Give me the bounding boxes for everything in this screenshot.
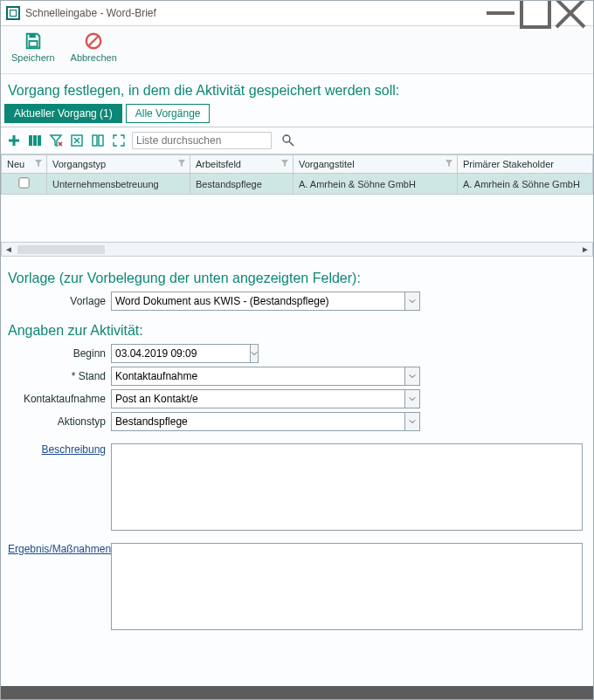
vorlage-label: Vorlage xyxy=(8,295,111,307)
filter-icon[interactable] xyxy=(177,159,186,168)
filter-icon[interactable] xyxy=(280,159,289,168)
expand-button[interactable] xyxy=(111,133,127,148)
stand-label: * Stand xyxy=(8,370,111,382)
stand-value[interactable] xyxy=(111,367,404,386)
svg-rect-0 xyxy=(521,0,549,27)
scroll-left-icon[interactable]: ◄ xyxy=(2,244,16,254)
stand-dropdown[interactable] xyxy=(111,367,420,386)
svg-rect-5 xyxy=(33,135,37,146)
vorlage-value[interactable] xyxy=(111,292,404,311)
filter-icon[interactable] xyxy=(445,159,453,168)
columns-button[interactable] xyxy=(27,133,43,148)
statusbar xyxy=(1,686,593,699)
tab-current-count: (1) xyxy=(100,107,113,120)
search-icon[interactable] xyxy=(280,133,296,148)
app-icon xyxy=(6,6,20,20)
col-titel-label: Vorgangstitel xyxy=(299,159,355,169)
ergebnis-textarea[interactable] xyxy=(111,543,583,630)
save-button[interactable]: Speichern xyxy=(11,31,55,73)
svg-rect-4 xyxy=(29,135,32,146)
tab-current[interactable]: Aktueller Vorgang (1) xyxy=(4,104,122,123)
chevron-down-icon[interactable] xyxy=(404,412,420,431)
col-arb-label: Arbeitsfeld xyxy=(196,159,241,169)
svg-rect-8 xyxy=(93,135,97,146)
table-row[interactable]: Unternehmensbetreuung Bestandspflege A. … xyxy=(2,174,593,195)
vorlage-dropdown[interactable] xyxy=(111,292,420,311)
close-button[interactable] xyxy=(553,1,588,25)
cell-typ: Unternehmensbetreuung xyxy=(47,174,190,195)
cancel-label: Abbrechen xyxy=(71,52,117,63)
export-button[interactable] xyxy=(69,133,85,148)
col-typ-label: Vorgangstyp xyxy=(52,159,106,169)
beginn-value[interactable] xyxy=(111,344,250,363)
chevron-down-icon[interactable] xyxy=(404,292,420,311)
svg-rect-2 xyxy=(29,41,37,46)
beschreibung-textarea[interactable] xyxy=(111,443,583,531)
svg-rect-1 xyxy=(29,34,35,38)
main-toolbar: Speichern Abbrechen xyxy=(1,26,593,74)
filter-icon[interactable] xyxy=(34,159,43,168)
section-vorgang-title: Vorgang festlegen, in dem die Aktivität … xyxy=(1,74,593,104)
section-vorlage-title: Vorlage (zur Vorbelegung der unten angez… xyxy=(8,262,586,292)
aktionstyp-dropdown[interactable] xyxy=(111,412,420,431)
col-titel-header[interactable]: Vorgangstitel xyxy=(294,155,458,174)
kontakt-dropdown[interactable] xyxy=(111,389,420,408)
beginn-datetime[interactable] xyxy=(111,344,216,363)
vorgang-grid: Neu Vorgangstyp Arbeitsfeld Vorgangstite… xyxy=(1,154,593,243)
chevron-down-icon[interactable] xyxy=(404,389,420,408)
beschreibung-label[interactable]: Beschreibung xyxy=(8,443,111,456)
col-neu-label: Neu xyxy=(7,159,24,169)
col-arb-header[interactable]: Arbeitsfeld xyxy=(190,155,294,174)
clear-filter-button[interactable] xyxy=(48,133,64,148)
svg-rect-6 xyxy=(38,135,41,146)
cancel-icon xyxy=(84,31,103,51)
col-neu-header[interactable]: Neu xyxy=(2,155,47,174)
grid-toolbar xyxy=(1,127,593,154)
scroll-right-icon[interactable]: ► xyxy=(578,244,592,254)
row-checkbox[interactable] xyxy=(18,177,29,188)
kontakt-label: Kontaktaufnahme xyxy=(8,393,111,405)
add-button[interactable] xyxy=(6,133,22,148)
kontakt-value[interactable] xyxy=(111,389,404,408)
refresh-button[interactable] xyxy=(90,133,106,148)
window-title: Schnelleingabe - Word-Brief xyxy=(25,7,156,19)
tab-all-label: Alle Vorgänge xyxy=(135,107,201,120)
aktionstyp-label: Aktionstyp xyxy=(8,415,111,428)
titlebar: Schnelleingabe - Word-Brief xyxy=(1,1,593,26)
grid-empty-area xyxy=(1,195,593,242)
col-stakeholder-label: Primärer Stakeholder xyxy=(463,159,554,169)
svg-point-10 xyxy=(283,135,290,142)
cancel-button[interactable]: Abbrechen xyxy=(71,31,117,73)
tab-all[interactable]: Alle Vorgänge xyxy=(126,104,211,123)
minimize-button[interactable] xyxy=(483,1,518,25)
cell-arbeitsfeld: Bestandspflege xyxy=(190,174,294,195)
beginn-label: Beginn xyxy=(8,347,111,360)
save-icon xyxy=(24,31,43,51)
col-stakeholder-header[interactable]: Primärer Stakeholder xyxy=(458,155,593,174)
aktionstyp-value[interactable] xyxy=(111,412,404,431)
col-typ-header[interactable]: Vorgangstyp xyxy=(47,155,190,174)
grid-hscroll[interactable]: ◄ ► xyxy=(1,243,593,257)
grid-search-input[interactable] xyxy=(132,132,272,149)
ergebnis-label[interactable]: Ergebnis/Maßnahmen xyxy=(8,543,111,555)
save-label: Speichern xyxy=(11,52,55,63)
maximize-button[interactable] xyxy=(518,1,553,25)
vorgang-tabs: Aktueller Vorgang (1) Alle Vorgänge xyxy=(1,104,593,123)
tab-current-label: Aktueller Vorgang xyxy=(14,107,97,120)
scroll-thumb[interactable] xyxy=(17,245,105,254)
chevron-down-icon[interactable] xyxy=(404,367,420,386)
svg-rect-9 xyxy=(99,135,103,146)
cell-titel: A. Amrhein & Söhne GmbH xyxy=(294,174,458,195)
section-angaben-title: Angaben zur Aktivität: xyxy=(8,314,586,344)
chevron-down-icon[interactable] xyxy=(250,344,259,363)
cell-stakeholder: A. Amrhein & Söhne GmbH xyxy=(458,174,593,195)
